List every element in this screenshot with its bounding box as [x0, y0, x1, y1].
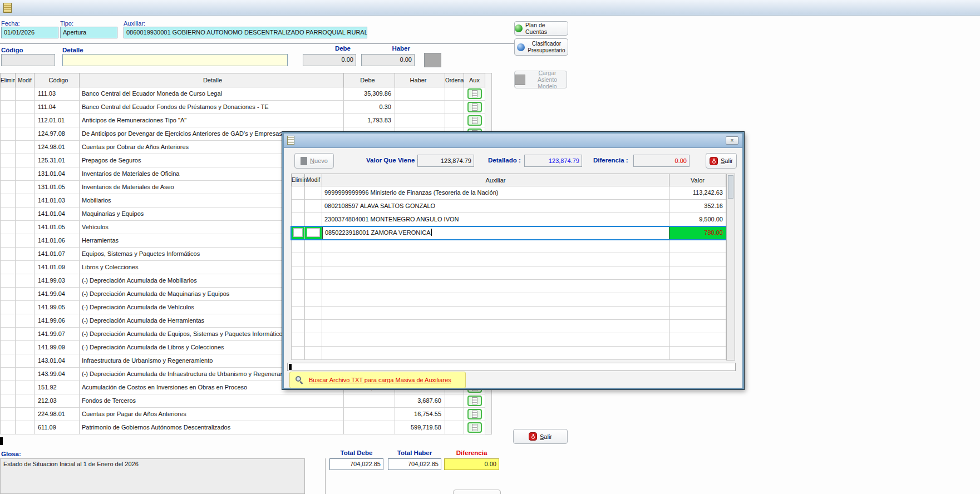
- cell-elimin[interactable]: [0, 248, 16, 261]
- tipo-field[interactable]: Apertura: [60, 27, 117, 38]
- cell-elimin[interactable]: [0, 208, 16, 221]
- cell-modif[interactable]: [305, 200, 322, 213]
- cell-elimin[interactable]: [0, 127, 16, 141]
- cell-modif[interactable]: [16, 154, 35, 167]
- cell-elimin[interactable]: [0, 301, 16, 314]
- dialog-scrollbar[interactable]: [726, 174, 735, 360]
- auxiliar-row[interactable]: 2300374804001 MONTENEGRO ANGULO IVON9,50…: [291, 213, 726, 226]
- cell-elimin[interactable]: [0, 234, 16, 248]
- table-row[interactable]: 611.09Patrimonio de Gobiernos Autónomos …: [0, 421, 485, 434]
- cell-modif[interactable]: [305, 186, 322, 200]
- table-row[interactable]: 111.03Banco Central del Ecuador Moneda d…: [0, 87, 485, 101]
- cell-modif[interactable]: [16, 368, 35, 381]
- auxiliar-row[interactable]: 9999999999996 Ministerio de Finanzas (Te…: [291, 186, 726, 200]
- partial-bottom-button[interactable]: [453, 490, 501, 494]
- cell-elimin[interactable]: [0, 368, 16, 381]
- cell-elimin[interactable]: [291, 200, 305, 213]
- auxiliar-row-empty[interactable]: [291, 266, 726, 280]
- cell-elimin[interactable]: [0, 341, 16, 354]
- aux-button[interactable]: [467, 422, 482, 433]
- auxiliar-row-empty[interactable]: [291, 240, 726, 253]
- cell-ordenar[interactable]: [445, 101, 464, 114]
- auxiliar-row[interactable]: 0850223918001 ZAMORA VERONICA780.00: [291, 226, 726, 240]
- cell-elimin[interactable]: [0, 154, 16, 167]
- aux-button[interactable]: [467, 102, 482, 112]
- cell-modif[interactable]: [16, 421, 35, 434]
- cell-modif[interactable]: [16, 234, 35, 248]
- buscar-txt-button[interactable]: Buscar Archivo TXT para carga Masiva de …: [289, 372, 466, 388]
- auxiliar-row-empty[interactable]: [291, 333, 726, 347]
- cell-elimin[interactable]: [0, 328, 16, 341]
- clasificador-presupuestario-button[interactable]: Clasificador Presupuestario: [514, 38, 568, 56]
- detalle-input[interactable]: [62, 54, 288, 66]
- cell-elimin[interactable]: [0, 408, 16, 421]
- cell-elimin[interactable]: [0, 354, 16, 368]
- cell-modif[interactable]: [16, 408, 35, 421]
- cell-modif[interactable]: [16, 354, 35, 368]
- cell-modif[interactable]: [16, 328, 35, 341]
- debe-input[interactable]: 0.00: [303, 54, 356, 66]
- cell-elimin[interactable]: [0, 87, 16, 101]
- cell-elimin[interactable]: [0, 394, 16, 408]
- cell-elimin[interactable]: [0, 194, 16, 208]
- dialog-titlebar[interactable]: ×: [284, 134, 742, 148]
- table-row[interactable]: 224.98.01Cuentas por Pagar de Años Anter…: [0, 408, 485, 421]
- table-row[interactable]: 111.04Banco Central del Ecuador Fondos d…: [0, 101, 485, 114]
- cell-modif[interactable]: [16, 114, 35, 127]
- cell-auxiliar[interactable]: 0850223918001 ZAMORA VERONICA: [322, 226, 669, 240]
- cell-modif[interactable]: [16, 301, 35, 314]
- cell-elimin[interactable]: [0, 141, 16, 154]
- cell-ordenar[interactable]: [445, 114, 464, 127]
- cell-modif[interactable]: [305, 213, 322, 226]
- cell-modif[interactable]: [16, 208, 35, 221]
- auxiliar-row-empty[interactable]: [291, 307, 726, 320]
- cell-elimin[interactable]: [0, 261, 16, 274]
- cell-elimin[interactable]: [291, 213, 305, 226]
- cell-elimin[interactable]: [0, 181, 16, 194]
- cell-modif[interactable]: [16, 288, 35, 301]
- close-icon[interactable]: ×: [726, 136, 738, 145]
- cell-elimin[interactable]: [0, 274, 16, 288]
- auxiliar-row-empty[interactable]: [291, 320, 726, 333]
- cell-elimin[interactable]: [0, 114, 16, 127]
- auxiliar-row[interactable]: 0802108597 ALAVA SALTOS GONZALO352.16: [291, 200, 726, 213]
- cell-modif[interactable]: [16, 221, 35, 234]
- cell-modif[interactable]: [16, 261, 35, 274]
- salir-button[interactable]: Salir: [513, 429, 568, 444]
- table-row[interactable]: 212.03Fondos de Terceros3,687.60: [0, 394, 485, 408]
- cell-elimin[interactable]: [0, 381, 16, 394]
- cell-modif[interactable]: [16, 87, 35, 101]
- cell-modif[interactable]: [16, 394, 35, 408]
- cell-modif[interactable]: [16, 181, 35, 194]
- cell-elimin[interactable]: [0, 101, 16, 114]
- plan-de-cuentas-button[interactable]: Plan de Cuentas: [514, 21, 568, 36]
- cell-modif[interactable]: [16, 101, 35, 114]
- cell-modif[interactable]: [16, 381, 35, 394]
- cell-modif[interactable]: [16, 341, 35, 354]
- add-row-button[interactable]: [424, 53, 441, 67]
- cell-modif[interactable]: [16, 248, 35, 261]
- glosa-field[interactable]: Estado de Situacion Inicial al 1 de Ener…: [0, 458, 305, 494]
- table-row[interactable]: 112.01.01Anticipos de Remuneraciones Tip…: [0, 114, 485, 127]
- cell-elimin[interactable]: [0, 221, 16, 234]
- cell-elimin[interactable]: [0, 288, 16, 301]
- aux-button[interactable]: [467, 409, 482, 419]
- auxiliar-row-empty[interactable]: [291, 280, 726, 293]
- cell-ordenar[interactable]: [445, 408, 464, 421]
- cell-modif[interactable]: [16, 314, 35, 328]
- cell-ordenar[interactable]: [445, 394, 464, 408]
- salir-dialog-button[interactable]: Salir: [706, 153, 737, 169]
- cell-modif[interactable]: [16, 141, 35, 154]
- scrollbar-thumb[interactable]: [728, 175, 733, 199]
- cell-elimin[interactable]: [0, 314, 16, 328]
- cell-modif[interactable]: [16, 274, 35, 288]
- cell-ordenar[interactable]: [445, 87, 464, 101]
- cell-modif[interactable]: [16, 167, 35, 181]
- auxiliar-row-empty[interactable]: [291, 253, 726, 266]
- auxiliar-field[interactable]: 0860019930001 GOBIERNO AUTONOMO DESCENTR…: [124, 27, 367, 38]
- cell-ordenar[interactable]: [445, 421, 464, 434]
- codigo-input[interactable]: [1, 54, 55, 66]
- cell-modif[interactable]: [305, 226, 322, 240]
- cell-elimin[interactable]: [0, 421, 16, 434]
- aux-button[interactable]: [467, 115, 482, 126]
